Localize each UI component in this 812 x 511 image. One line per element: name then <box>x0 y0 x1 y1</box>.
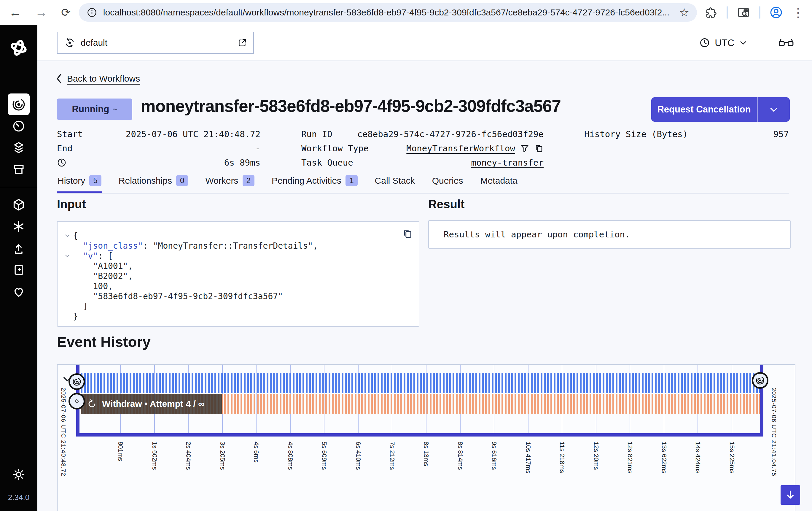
tab-history[interactable]: History5 <box>57 174 102 193</box>
chevron-down-icon <box>739 38 747 47</box>
site-info-icon[interactable] <box>87 7 97 18</box>
timeline-tick-label: 8s 814ms <box>457 441 464 470</box>
sidebar-item-docs[interactable] <box>8 259 30 280</box>
cancellation-options-chevron[interactable] <box>758 97 790 122</box>
request-cancellation-button[interactable]: Request Cancellation <box>651 97 757 122</box>
request-cancellation-split-button: Request Cancellation <box>651 97 790 122</box>
tab-label: Queries <box>432 176 463 186</box>
tab-count-badge: 0 <box>176 175 188 186</box>
timeline-tick-label: 5s 609ms <box>320 441 328 470</box>
end-value: - <box>255 143 260 154</box>
timeline-tick-label: 12s 20ms <box>592 441 600 470</box>
browser-back-icon[interactable]: ← <box>9 6 21 19</box>
workflow-start-node[interactable] <box>68 373 85 390</box>
workflow-spiral-icon <box>72 377 81 386</box>
scroll-to-bottom-button[interactable] <box>781 485 800 505</box>
clock-icon <box>699 37 710 48</box>
json-line: "B2002", <box>62 271 419 281</box>
activity-label[interactable]: Withdraw • Attempt 4 / ∞ <box>81 394 222 414</box>
tab-label: History <box>58 176 85 186</box>
sidebar-item-namespaces[interactable] <box>8 194 30 215</box>
sidebar-item-schedules[interactable] <box>8 115 30 137</box>
tab-label: Pending Activities <box>272 176 341 186</box>
workflow-type-link[interactable]: MoneyTransferWorkflow <box>406 143 515 154</box>
json-line: { <box>62 231 419 241</box>
namespace-name: default <box>81 38 107 48</box>
temporal-logo[interactable] <box>8 37 30 58</box>
toolbar-divider <box>727 6 728 19</box>
search-tabs-icon[interactable] <box>737 6 750 19</box>
timeline-tick-label: 9s 616ms <box>490 441 498 470</box>
collapse-chevron-icon[interactable] <box>62 253 73 259</box>
app-version: 2.34.0 <box>8 493 29 502</box>
tab-pending-activities[interactable]: Pending Activities1 <box>271 174 358 193</box>
sidebar-item-nexus[interactable] <box>8 215 30 237</box>
copy-input-icon[interactable] <box>402 228 413 239</box>
workflow-current-node[interactable] <box>752 372 768 389</box>
namespace-selector: default <box>57 32 254 54</box>
history-size-value: 957 <box>774 129 789 139</box>
browser-reload-icon[interactable]: ⟳ <box>61 7 70 18</box>
chevron-left-icon <box>55 74 63 84</box>
timeline-tick-label: 12s 821ms <box>626 441 634 474</box>
timeline-tick-label: 1s 602ms <box>151 441 158 470</box>
retry-icon <box>87 399 97 409</box>
json-line: "A1001", <box>62 261 419 271</box>
browser-menu-icon[interactable]: ⋮ <box>792 5 804 20</box>
timezone-label: UTC <box>715 37 734 48</box>
timezone-selector[interactable]: UTC <box>699 37 747 48</box>
sidebar-item-feedback[interactable] <box>8 280 30 302</box>
timeline-tick-label: 2s 404ms <box>184 441 192 470</box>
sidebar-item-deployments[interactable] <box>8 137 30 158</box>
history-size-label: History Size (Bytes) <box>584 129 688 139</box>
tab-label: Call Stack <box>375 176 415 186</box>
namespace-topbar: default UTC <box>37 25 812 61</box>
sidebar-item-import[interactable] <box>8 237 30 259</box>
timeline-tick-label: 15s 225ms <box>728 441 736 474</box>
workflow-type-label: Workflow Type <box>301 143 369 154</box>
browser-forward-icon[interactable]: → <box>35 6 48 19</box>
json-key: "v" <box>83 251 98 261</box>
json-line: "v": [ <box>62 251 419 261</box>
profile-icon[interactable] <box>769 6 783 19</box>
extensions-icon[interactable] <box>705 6 718 19</box>
timeline-start-time: 2025-07-06 UTC 21:40:48.72 <box>60 387 67 476</box>
tab-relationships[interactable]: Relationships0 <box>118 174 189 193</box>
namespace-external-link-icon[interactable] <box>231 32 253 53</box>
json-line: } <box>62 311 419 321</box>
sidebar-item-archive[interactable] <box>8 158 30 180</box>
tab-count-badge: 1 <box>346 175 357 186</box>
namespace-select-field[interactable]: default <box>58 32 231 53</box>
json-line: ] <box>62 301 419 311</box>
tab-label: Metadata <box>481 176 518 186</box>
url-text: localhost:8080/namespaces/default/workfl… <box>103 7 674 18</box>
tab-queries[interactable]: Queries <box>432 174 464 193</box>
labs-mode-glasses-icon[interactable] <box>778 37 794 49</box>
status-badge: Running~ <box>57 99 132 120</box>
browser-chrome: ← → ⟳ localhost:8080/namespaces/default/… <box>0 0 812 25</box>
timeline-tick-label: 4s 6ms <box>252 441 260 463</box>
result-placeholder: Results will appear upon completion. <box>444 230 630 240</box>
event-history-heading: Event History <box>57 333 151 350</box>
address-bar[interactable]: localhost:8080/namespaces/default/workfl… <box>79 3 697 22</box>
timeline-tick-label: 7s 212ms <box>388 441 396 470</box>
tab-call-stack[interactable]: Call Stack <box>374 174 415 193</box>
tab-workers[interactable]: Workers2 <box>205 174 255 193</box>
task-queue-link[interactable]: money-transfer <box>471 158 544 168</box>
workflow-execution-bar[interactable] <box>81 373 760 393</box>
sidebar-item-workflows[interactable] <box>8 93 30 115</box>
timeline-tick-label: 3s 205ms <box>219 441 226 470</box>
theme-toggle-sun-icon[interactable] <box>8 463 30 485</box>
tab-metadata[interactable]: Metadata <box>480 174 518 193</box>
tab-label: Relationships <box>119 176 172 186</box>
timeline-tick-label: 4s 808ms <box>287 441 294 470</box>
timeline-tick-label: 13s 622ms <box>660 441 668 474</box>
collapse-chevron-icon[interactable] <box>62 233 73 239</box>
filter-funnel-icon[interactable] <box>520 144 529 153</box>
activity-start-node[interactable] <box>68 393 85 409</box>
back-to-workflows-link[interactable]: Back to Workflows <box>55 74 140 84</box>
timeline-tick-label: 14s 424ms <box>694 441 702 474</box>
timeline-end-time: 2025-07-06 UTC 21:41:04.75 <box>771 387 778 476</box>
copy-icon[interactable] <box>534 144 544 153</box>
bookmark-star-icon[interactable]: ☆ <box>679 6 689 19</box>
